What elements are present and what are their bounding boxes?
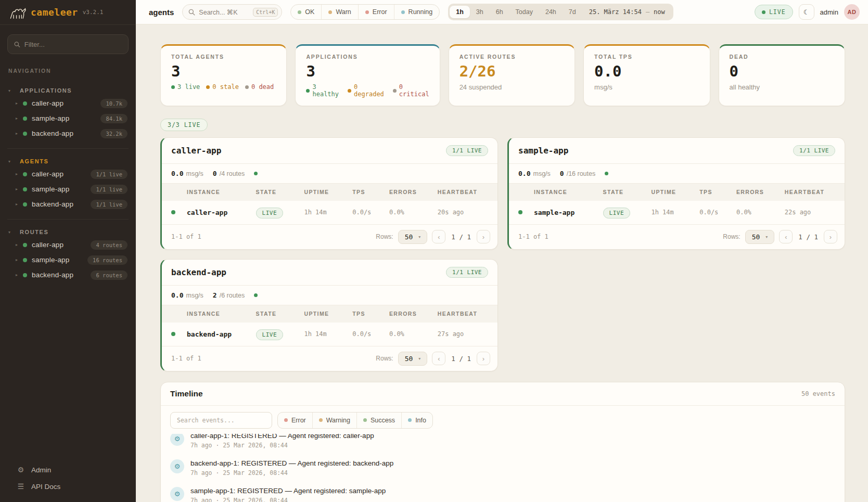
filter-chip-error[interactable]: Error bbox=[358, 5, 394, 19]
status-dot bbox=[171, 332, 175, 336]
critical-dot bbox=[393, 89, 397, 93]
search-icon bbox=[188, 9, 195, 16]
sidebar-footer: ⚙ Admin ☰ API Docs bbox=[7, 458, 129, 502]
status-dot bbox=[23, 187, 27, 191]
status-dot bbox=[23, 243, 27, 247]
time-range-7d[interactable]: 7d bbox=[563, 6, 582, 18]
stat-card-active-routes: ACTIVE ROUTES 2/26 24 suspended bbox=[449, 44, 575, 106]
table-header: INSTANCE STATE UPTIME TPS ERRORS HEARTBE… bbox=[509, 184, 845, 201]
healthy-dot bbox=[306, 89, 310, 93]
event-filter-info[interactable]: Info bbox=[401, 413, 432, 428]
event-filter-error[interactable]: Error bbox=[278, 413, 312, 428]
table-row[interactable]: sample-app LIVE 1h 14m 0.0/s 0.0% 22s ag… bbox=[509, 201, 845, 224]
section-header-routes[interactable]: ▾ ROUTES bbox=[7, 227, 129, 237]
status-dot bbox=[23, 273, 27, 277]
sidebar-item-agents-backend-app[interactable]: ▸ backend-app 1/1 live bbox=[7, 197, 129, 212]
table-row[interactable]: backend-app LIVE 1h 14m 0.0/s 0.0% 27s a… bbox=[162, 323, 497, 346]
filter-chip-warn[interactable]: Warn bbox=[321, 5, 358, 19]
global-search[interactable]: Search... ⌘K Ctrl+K bbox=[182, 4, 282, 20]
sidebar-item-api-docs[interactable]: ☰ API Docs bbox=[9, 482, 126, 491]
item-badge: 84.1k bbox=[100, 114, 127, 123]
item-badge: 6 routes bbox=[91, 271, 127, 280]
section-header-applications[interactable]: ▾ APPLICATIONS bbox=[7, 85, 129, 96]
time-range-1h[interactable]: 1h bbox=[450, 6, 470, 18]
gear-icon: ⚙ bbox=[17, 466, 25, 474]
app-card-title: caller-app bbox=[171, 146, 221, 156]
sidebar-item-applications-sample-app[interactable]: ▸ sample-app 84.1k bbox=[7, 111, 129, 126]
prev-page-button[interactable]: ‹ bbox=[432, 352, 445, 365]
rows-per-page-select[interactable]: 50 ▾ bbox=[398, 352, 428, 366]
chevron-right-icon: ▸ bbox=[12, 131, 21, 136]
sidebar-item-applications-caller-app[interactable]: ▸ caller-app 10.7k bbox=[7, 96, 129, 111]
app-card-title: sample-app bbox=[518, 146, 568, 156]
time-range-3h[interactable]: 3h bbox=[470, 6, 490, 18]
status-dot bbox=[23, 258, 27, 262]
sidebar-item-routes-sample-app[interactable]: ▸ sample-app 16 routes bbox=[7, 252, 129, 267]
event-gear-icon: ⚙ bbox=[170, 459, 184, 473]
time-range-display[interactable]: 25. März 14:54 — now bbox=[582, 8, 672, 16]
sidebar-item-agents-caller-app[interactable]: ▸ caller-app 1/1 live bbox=[7, 166, 129, 182]
time-range-6h[interactable]: 6h bbox=[490, 6, 509, 18]
sidebar-filter[interactable] bbox=[7, 34, 129, 54]
event-filter-success[interactable]: Success bbox=[356, 413, 401, 428]
event-filter-warning[interactable]: Warning bbox=[312, 413, 356, 428]
content: TOTAL AGENTS 3 3 live 0 stale 0 dead APP… bbox=[136, 24, 868, 502]
dash-separator: — bbox=[646, 8, 649, 16]
error-dot bbox=[365, 10, 369, 14]
prev-page-button[interactable]: ‹ bbox=[779, 230, 793, 243]
rows-per-page-select[interactable]: 50 ▾ bbox=[398, 230, 428, 244]
running-dot bbox=[401, 10, 405, 14]
sidebar-item-applications-backend-app[interactable]: ▸ backend-app 32.2k bbox=[7, 126, 129, 141]
page-indicator: 1 / 1 bbox=[450, 355, 472, 363]
search-placeholder: Search... ⌘K bbox=[199, 8, 249, 16]
time-range-group: 1h 3h 6h Today 24h 7d 25. März 14:54 — n… bbox=[448, 4, 673, 20]
app-card-sample-app: sample-app 1/1 LIVE 0.0msg/s 0/16 routes… bbox=[507, 137, 845, 250]
next-page-button[interactable]: › bbox=[824, 230, 837, 243]
live-count-badge: 1/1 LIVE bbox=[793, 145, 835, 156]
warning-dot bbox=[319, 418, 323, 422]
stat-card-total-tps: TOTAL TPS 0.0 msg/s bbox=[583, 44, 710, 106]
next-page-button[interactable]: › bbox=[477, 230, 490, 243]
sidebar-item-agents-sample-app[interactable]: ▸ sample-app 1/1 live bbox=[7, 182, 129, 197]
time-range-24h[interactable]: 24h bbox=[539, 6, 563, 18]
events-search-input[interactable] bbox=[177, 417, 265, 424]
chevron-right-icon: ▸ bbox=[12, 242, 21, 247]
section-header-agents[interactable]: ▾ AGENTS bbox=[7, 156, 129, 166]
stat-value: 3 bbox=[306, 62, 429, 80]
health-dot bbox=[605, 172, 608, 175]
chevron-right-icon: ▸ bbox=[12, 172, 21, 176]
state-badge: LIVE bbox=[256, 208, 284, 218]
table-header: INSTANCE STATE UPTIME TPS ERRORS HEARTBE… bbox=[162, 305, 497, 323]
success-dot bbox=[363, 418, 367, 422]
sidebar-item-routes-backend-app[interactable]: ▸ backend-app 6 routes bbox=[7, 267, 129, 282]
event-list[interactable]: ⚙ caller-app-1: REGISTERED — Agent regis… bbox=[161, 434, 845, 502]
avatar[interactable]: AD bbox=[844, 4, 860, 20]
table-header: INSTANCE STATE UPTIME TPS ERRORS HEARTBE… bbox=[162, 184, 497, 201]
filter-chip-ok[interactable]: OK bbox=[291, 5, 321, 19]
list-item: ⚙ backend-app-1: REGISTERED — Agent regi… bbox=[170, 454, 835, 482]
main-area: agents Search... ⌘K Ctrl+K OK Warn Error bbox=[136, 0, 868, 502]
health-dot bbox=[254, 172, 258, 175]
list-icon: ☰ bbox=[17, 482, 25, 491]
chevron-down-icon: ▾ bbox=[8, 159, 20, 164]
time-range-today[interactable]: Today bbox=[509, 6, 539, 18]
chevron-right-icon: ▸ bbox=[12, 101, 21, 106]
stat-value: 3 bbox=[171, 62, 276, 80]
events-search[interactable] bbox=[170, 412, 272, 429]
live-summary-badge: 3/3 LIVE bbox=[160, 119, 208, 131]
state-badge: LIVE bbox=[603, 208, 631, 218]
live-count-badge: 1/1 LIVE bbox=[446, 267, 488, 278]
table-row[interactable]: caller-app LIVE 1h 14m 0.0/s 0.0% 20s ag… bbox=[162, 201, 497, 224]
status-dot bbox=[23, 101, 27, 106]
sidebar-item-routes-caller-app[interactable]: ▸ caller-app 4 routes bbox=[7, 237, 129, 252]
filter-chip-running[interactable]: Running bbox=[394, 5, 440, 19]
rows-per-page-select[interactable]: 50 ▾ bbox=[745, 230, 775, 244]
next-page-button[interactable]: › bbox=[477, 352, 490, 365]
timeline-card: Timeline 50 events Error Warning bbox=[160, 382, 845, 502]
prev-page-button[interactable]: ‹ bbox=[432, 230, 445, 243]
filter-input[interactable] bbox=[24, 41, 122, 48]
live-indicator[interactable]: LIVE bbox=[755, 5, 793, 19]
chevron-right-icon: ▸ bbox=[12, 273, 21, 277]
theme-toggle-button[interactable]: ☾ bbox=[799, 4, 814, 20]
sidebar-item-admin[interactable]: ⚙ Admin bbox=[9, 466, 126, 474]
